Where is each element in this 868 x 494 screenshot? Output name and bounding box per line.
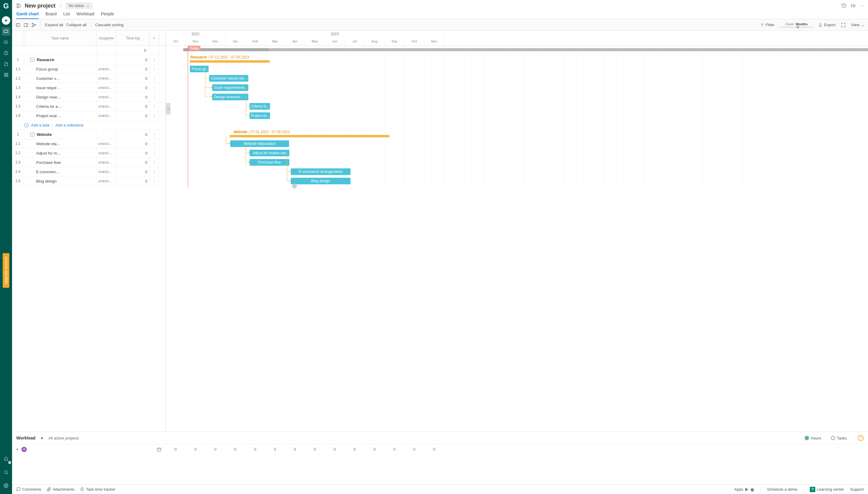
task-row[interactable]: 2.2 Adjust for m… unassi… 0 ⋮ bbox=[12, 149, 165, 158]
view-button[interactable]: View ⌄ bbox=[851, 23, 864, 27]
col-time-log[interactable]: Time log bbox=[116, 31, 149, 45]
task-row[interactable]: 1.5 Criteria for a… unassi… 0 ⋮ bbox=[12, 102, 165, 111]
list-icon[interactable] bbox=[2, 38, 10, 46]
task-bar[interactable]: Website elaboration bbox=[230, 140, 289, 147]
timeline[interactable]: 20222023 OctNovDecJanFebMarAprMayJunJulA… bbox=[166, 31, 868, 432]
row-menu-icon[interactable]: ⋮ bbox=[149, 167, 159, 176]
task-row[interactable]: 1.4 Design rese… unassi… 0 ⋮ bbox=[12, 93, 165, 102]
task-row[interactable]: 2.4 E-commerc… unassi… 0 ⋮ bbox=[12, 167, 165, 176]
fit-icon[interactable] bbox=[841, 23, 846, 27]
add-task-row[interactable]: + Add a task|Add a milestone bbox=[12, 120, 165, 130]
collapse-icon[interactable]: − bbox=[30, 58, 34, 62]
row-menu-icon[interactable]: ⋮ bbox=[149, 83, 159, 92]
history-icon[interactable] bbox=[841, 3, 847, 8]
col-task-name[interactable]: Task name bbox=[24, 31, 96, 45]
row-menu-icon[interactable]: ⋮ bbox=[149, 149, 159, 157]
star-icon[interactable]: ☆ bbox=[58, 3, 63, 9]
cascade-sort-button[interactable]: Cascade sorting bbox=[95, 23, 124, 27]
comments-button[interactable]: Comments bbox=[16, 487, 41, 492]
workload-row[interactable]: ▾ A 00000000000000 bbox=[12, 444, 868, 454]
group-row[interactable]: 1 −Research 0 ⋮ bbox=[12, 55, 165, 64]
clock-icon[interactable] bbox=[2, 49, 10, 57]
apps-link[interactable]: Apps bbox=[734, 487, 755, 492]
row-menu-icon[interactable]: ⋮ bbox=[149, 158, 159, 167]
expand-all-button[interactable]: Expand all bbox=[45, 23, 63, 27]
task-bar[interactable]: Project ev… bbox=[250, 112, 270, 119]
zoom-slider[interactable] bbox=[780, 27, 813, 28]
workload-scope[interactable]: All active projects bbox=[49, 436, 79, 440]
projects-icon[interactable] bbox=[2, 27, 10, 36]
group-row[interactable]: 2 −Website 0 ⋮ bbox=[12, 130, 165, 139]
zoom-control[interactable]: Zoom:Months bbox=[780, 22, 813, 28]
task-bar[interactable]: Design research bbox=[212, 94, 248, 100]
learning-center-link[interactable]: ? Learning center bbox=[810, 487, 844, 492]
sliders-icon[interactable] bbox=[851, 3, 856, 8]
panel-icon[interactable] bbox=[16, 23, 20, 27]
workload-title: Workload bbox=[16, 436, 36, 440]
add-column-button[interactable]: + bbox=[149, 31, 159, 45]
file-icon[interactable] bbox=[2, 60, 10, 68]
tab-board[interactable]: Board bbox=[45, 12, 57, 19]
row-menu-icon[interactable]: ⋮ bbox=[149, 93, 159, 101]
filter-button[interactable]: Filter bbox=[760, 23, 775, 27]
row-menu-icon[interactable]: ⋮ bbox=[149, 55, 159, 64]
row-menu-icon[interactable]: ⋮ bbox=[149, 176, 159, 186]
tab-workload[interactable]: Workload bbox=[77, 12, 94, 19]
bell-icon[interactable]: 1 bbox=[2, 455, 10, 463]
chevron-down-icon[interactable]: ▾ bbox=[41, 436, 43, 440]
help-icon[interactable]: ? bbox=[858, 435, 864, 441]
collapse-all-button[interactable]: Collapse all bbox=[66, 23, 87, 27]
collapse-icon[interactable]: − bbox=[30, 132, 34, 136]
radio-tasks[interactable] bbox=[831, 436, 835, 440]
phase-bar[interactable] bbox=[230, 135, 389, 137]
collapse-handle[interactable]: ◁ bbox=[166, 103, 171, 114]
project-title[interactable]: New project bbox=[25, 3, 55, 9]
task-row[interactable]: 2.3 Purchase flow unassi… 0 ⋮ bbox=[12, 158, 165, 167]
task-row[interactable]: 1.3 Issue requir… unassi… 0 ⋮ bbox=[12, 83, 165, 93]
export-button[interactable]: Export bbox=[818, 23, 835, 27]
phase-bar[interactable] bbox=[190, 60, 270, 63]
tab-people[interactable]: People bbox=[101, 12, 114, 19]
chevron-down-icon[interactable]: ▾ bbox=[16, 447, 18, 452]
task-row[interactable]: 2.5 Blog design unassi… 0 ⋮ bbox=[12, 176, 165, 186]
task-bar[interactable]: E-commerce arrangements bbox=[291, 168, 351, 175]
upgrade-button[interactable]: Upgrade account bbox=[3, 253, 10, 288]
radio-hours[interactable] bbox=[805, 436, 809, 440]
create-button[interactable]: + bbox=[2, 16, 10, 25]
time-tracker-button[interactable]: Task time tracker bbox=[80, 487, 115, 492]
task-bar[interactable]: Purchase flow bbox=[250, 159, 289, 166]
calendar-icon[interactable] bbox=[157, 447, 162, 452]
tab-gantt[interactable]: Gantt chart bbox=[16, 12, 39, 19]
row-menu-icon[interactable]: ⋮ bbox=[149, 130, 159, 139]
row-menu-icon[interactable]: ⋮ bbox=[149, 139, 159, 148]
task-bar[interactable]: Criteria fo… bbox=[250, 103, 270, 110]
project-icon[interactable] bbox=[16, 3, 22, 8]
task-bar[interactable]: Adjust for mobile use bbox=[250, 150, 289, 156]
month-label: Apr bbox=[285, 37, 305, 45]
task-row[interactable]: 1.1 Focus group unassi… 0 ⋮ bbox=[12, 64, 165, 74]
row-menu-icon[interactable]: ⋮ bbox=[149, 64, 159, 74]
search-icon[interactable] bbox=[2, 468, 10, 477]
schedule-demo-link[interactable]: Schedule a demo bbox=[767, 487, 797, 492]
task-bar[interactable]: Blog design bbox=[291, 178, 351, 184]
hierarchy-icon[interactable] bbox=[31, 23, 36, 27]
task-row[interactable]: 1.2 Customer v… unassi… 0 ⋮ bbox=[12, 74, 165, 83]
task-bar[interactable]: Customer values ide… bbox=[209, 75, 248, 82]
status-dropdown[interactable]: No status ⌄ bbox=[66, 2, 93, 9]
tab-list[interactable]: List bbox=[63, 12, 70, 19]
col-assignee[interactable]: Assignee bbox=[96, 31, 116, 45]
row-menu-icon[interactable]: ⋮ bbox=[149, 74, 159, 83]
settings-icon[interactable] bbox=[2, 481, 10, 490]
task-bar[interactable]: Issue requirements bbox=[212, 84, 248, 91]
avatar[interactable]: A bbox=[21, 447, 27, 452]
panel2-icon[interactable] bbox=[23, 23, 28, 27]
task-row[interactable]: 2.1 Website ela… unassi… 0 ⋮ bbox=[12, 139, 165, 149]
row-menu-icon[interactable]: ⋮ bbox=[149, 102, 159, 111]
overview-bar[interactable] bbox=[269, 48, 868, 51]
more-icon[interactable]: ⋯ bbox=[860, 3, 864, 8]
support-link[interactable]: Support bbox=[850, 487, 864, 492]
grid-icon[interactable] bbox=[2, 71, 10, 79]
row-menu-icon[interactable]: ⋮ bbox=[149, 111, 159, 120]
attachments-button[interactable]: Attachments bbox=[47, 487, 74, 492]
task-row[interactable]: 1.6 Project eval… unassi… 0 ⋮ bbox=[12, 111, 165, 120]
